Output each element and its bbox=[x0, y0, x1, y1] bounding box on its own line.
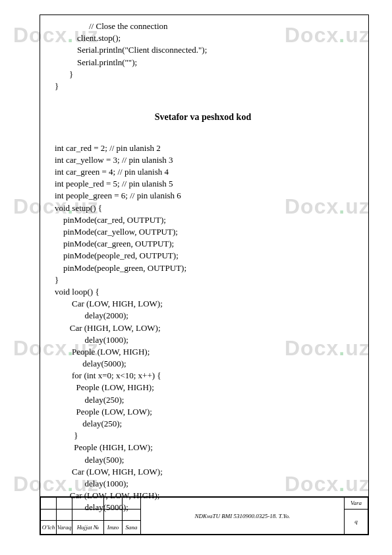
code-line: Serial.println("Client disconnected."); bbox=[55, 44, 351, 56]
tb-header: Sana bbox=[123, 521, 141, 535]
code-line: client.stop(); bbox=[55, 32, 351, 44]
code-line: void setup() { bbox=[55, 202, 351, 214]
code-line: void loop() { bbox=[55, 286, 351, 298]
code-block-top: // Close the connectionclient.stop();Ser… bbox=[55, 20, 351, 92]
code-line: delay(1000); bbox=[55, 334, 351, 346]
code-line: People (HIGH, LOW); bbox=[55, 442, 351, 453]
page-frame: // Close the connectionclient.stop();Ser… bbox=[40, 15, 369, 535]
vara-label: Vara bbox=[345, 498, 368, 510]
code-line: delay(2000); bbox=[55, 310, 351, 322]
code-line: Car (LOW, HIGH, LOW); bbox=[55, 466, 351, 478]
code-line: for (int x=0; x<10; x++) { bbox=[55, 370, 351, 382]
tb-header: Hujjat № bbox=[72, 521, 104, 535]
code-line: Serial.println(""); bbox=[55, 57, 351, 69]
code-line: int car_yellow = 3; // pin ulanish 3 bbox=[55, 154, 351, 166]
code-line: pinMode(car_green, OUTPUT); bbox=[55, 238, 351, 250]
code-line: } bbox=[55, 274, 351, 286]
title-block: NDKvaTU BMI 5310900.0325-18. T.Yo. Vara … bbox=[40, 496, 368, 535]
code-line: // Close the connection bbox=[55, 20, 351, 32]
code-line: } bbox=[55, 69, 351, 80]
code-line: People (LOW, LOW); bbox=[55, 406, 351, 418]
code-line: delay(250); bbox=[55, 394, 351, 406]
code-line: int car_green = 4; // pin ulanish 4 bbox=[55, 166, 351, 178]
document-body: // Close the connectionclient.stop();Ser… bbox=[55, 20, 351, 495]
tb-header: Imzo bbox=[104, 521, 123, 535]
code-line: People (LOW, HIGH); bbox=[55, 346, 351, 358]
code-line: int car_red = 2; // pin ulanish 2 bbox=[55, 142, 351, 154]
code-line: } bbox=[55, 430, 351, 442]
code-line: delay(250); bbox=[55, 418, 351, 430]
code-line: pinMode(car_yellow, OUTPUT); bbox=[55, 226, 351, 238]
code-line: People (LOW, HIGH); bbox=[55, 382, 351, 394]
doc-code: NDKvaTU BMI 5310900.0325-18. T.Yo. bbox=[141, 498, 345, 535]
code-line: pinMode(people_red, OUTPUT); bbox=[55, 250, 351, 262]
code-line: delay(1000); bbox=[55, 478, 351, 490]
code-line: Car (HIGH, LOW, LOW); bbox=[55, 322, 351, 334]
code-line: } bbox=[55, 80, 351, 92]
code-line: pinMode(people_green, OUTPUT); bbox=[55, 262, 351, 274]
code-block-main: int car_red = 2; // pin ulanish 2int car… bbox=[55, 142, 351, 514]
page-q: q bbox=[345, 509, 368, 534]
code-line: delay(500); bbox=[55, 454, 351, 466]
code-line: Car (LOW, HIGH, LOW); bbox=[55, 298, 351, 310]
code-line: pinMode(car_red, OUTPUT); bbox=[55, 214, 351, 226]
code-line: int people_red = 5; // pin ulanish 5 bbox=[55, 178, 351, 190]
code-line: delay(5000); bbox=[55, 358, 351, 370]
tb-header: O'lch bbox=[41, 521, 57, 535]
code-line: int people_green = 6; // pin ulanish 6 bbox=[55, 190, 351, 202]
section-heading: Svetafor va peshxod kod bbox=[55, 111, 351, 124]
tb-header: Varaq bbox=[57, 521, 72, 535]
